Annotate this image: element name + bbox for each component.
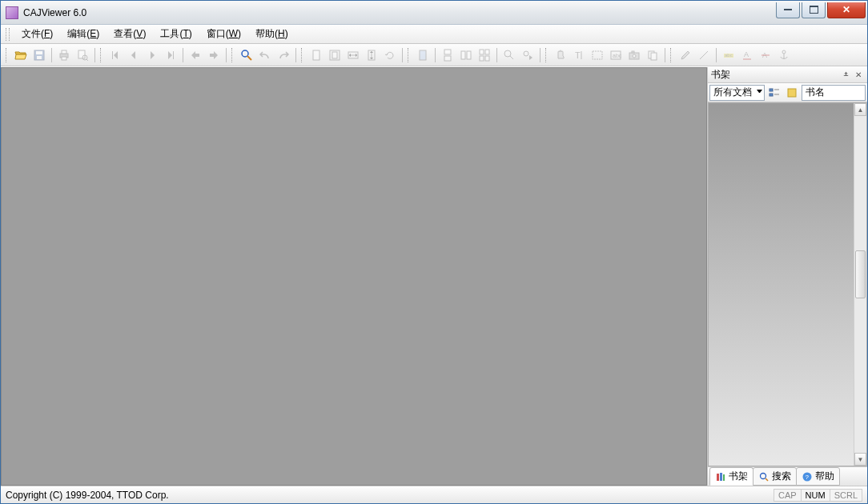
svg-line-56 [766, 478, 768, 481]
line-icon [697, 49, 710, 62]
tab-help[interactable]: ? 帮助 [796, 467, 840, 486]
svg-text:T: T [575, 50, 581, 60]
toolbar-grip-5[interactable] [408, 48, 411, 62]
menu-window[interactable]: 窗口(W) [199, 25, 248, 43]
minimize-button[interactable] [776, 2, 800, 18]
back-button[interactable] [187, 46, 204, 64]
line-tool-button[interactable] [695, 46, 713, 64]
actual-size-button[interactable] [307, 46, 325, 64]
app-icon [6, 6, 18, 19]
prev-page-button[interactable] [125, 46, 143, 64]
strikeout-button[interactable]: A [757, 46, 774, 64]
toolbar-grip-1[interactable] [6, 48, 9, 62]
menu-edit[interactable]: 编辑(E) [60, 25, 106, 43]
scroll-track[interactable] [854, 116, 866, 453]
menu-grip[interactable] [6, 28, 10, 41]
scroll-thumb[interactable] [855, 250, 866, 298]
copy-button[interactable] [644, 46, 661, 64]
copy-icon [646, 49, 659, 62]
svg-line-8 [86, 59, 88, 61]
svg-rect-52 [717, 474, 719, 481]
svg-point-9 [242, 50, 248, 57]
svg-rect-6 [78, 50, 85, 58]
zoom-button[interactable] [238, 46, 255, 64]
hand-tool-button[interactable] [552, 46, 569, 64]
fit-height-button[interactable] [363, 46, 380, 64]
status-scrl: SCRL [830, 489, 862, 502]
search-icon [503, 49, 516, 62]
workspace: 书架 ✕ 所有文档 书名 [1, 66, 867, 486]
svg-rect-24 [485, 56, 489, 61]
note-button[interactable] [775, 46, 793, 64]
facing-button[interactable] [457, 46, 475, 64]
save-button[interactable] [30, 46, 48, 64]
redo-button[interactable] [275, 46, 292, 64]
underline-button[interactable]: A [738, 46, 756, 64]
select-text-button[interactable]: T [570, 46, 588, 64]
single-page-icon [416, 49, 429, 62]
panel-toolbar: 所有文档 书名 [708, 83, 867, 102]
panel-close-button[interactable]: ✕ [853, 70, 864, 81]
highlight-button[interactable]: abc [720, 46, 737, 64]
svg-point-55 [761, 473, 766, 478]
svg-rect-2 [37, 56, 42, 59]
fit-page-button[interactable] [326, 46, 344, 64]
toolbar-grip-7[interactable] [670, 48, 673, 62]
menu-view[interactable]: 查看(V) [106, 25, 153, 43]
page-facing-icon [460, 49, 472, 62]
toolbar-grip-3[interactable] [231, 48, 235, 62]
tab-bookshelf[interactable]: 书架 [709, 467, 753, 486]
books-icon [715, 471, 726, 482]
toolbar-grip-6[interactable] [545, 48, 549, 62]
app-window: CAJViewer 6.0 文件(F) 编辑(E) 查看(V) 工具(T) 窗口… [0, 0, 868, 504]
select-image-button[interactable] [589, 46, 606, 64]
svg-line-10 [247, 56, 251, 60]
pin-icon[interactable] [840, 70, 851, 81]
search-placeholder-label: 书名 [806, 86, 825, 99]
single-page-button[interactable] [414, 46, 432, 64]
print-button[interactable] [55, 46, 73, 64]
svg-text:?: ? [806, 474, 810, 481]
view-mode-button-1[interactable] [766, 85, 782, 101]
rotate-button[interactable] [381, 46, 399, 64]
scroll-up-button[interactable]: ▲ [854, 103, 866, 116]
tab-search[interactable]: 搜索 [753, 467, 797, 486]
toolbar-grip-2[interactable] [100, 48, 103, 62]
tab-bookshelf-label: 书架 [729, 470, 748, 483]
bookshelf-list[interactable]: ▲ ▼ [708, 102, 867, 466]
view-mode-button-2[interactable] [784, 85, 800, 101]
menu-help[interactable]: 帮助(H) [248, 25, 295, 43]
continuous-button[interactable] [439, 46, 456, 64]
last-page-button[interactable] [162, 46, 179, 64]
maximize-button[interactable] [802, 2, 826, 18]
window-controls [774, 2, 866, 20]
close-button[interactable] [827, 2, 866, 18]
scroll-down-button[interactable]: ▼ [854, 453, 866, 466]
search-name-input[interactable]: 书名 [802, 85, 866, 101]
pencil-tool-button[interactable] [677, 46, 694, 64]
print-preview-button[interactable] [74, 46, 91, 64]
ocr-button[interactable]: abc [607, 46, 625, 64]
first-page-button[interactable] [106, 46, 124, 64]
svg-text:A: A [744, 50, 749, 58]
forward-button[interactable] [205, 46, 223, 64]
find-next-button[interactable] [519, 46, 536, 64]
toolbar-grip-4[interactable] [301, 48, 304, 62]
svg-rect-20 [467, 51, 471, 59]
svg-rect-30 [593, 51, 602, 59]
menu-tools[interactable]: 工具(T) [153, 25, 199, 43]
document-area[interactable] [1, 67, 707, 486]
open-button[interactable] [12, 46, 30, 64]
grid-view-icon [786, 87, 798, 98]
next-page-button[interactable] [143, 46, 161, 64]
menu-file[interactable]: 文件(F) [14, 25, 60, 43]
snapshot-button[interactable] [625, 46, 643, 64]
fit-width-button[interactable] [344, 46, 362, 64]
undo-button[interactable] [256, 46, 274, 64]
continuous-facing-button[interactable] [476, 46, 493, 64]
filter-select[interactable]: 所有文档 [709, 85, 765, 101]
fit-width-icon [347, 49, 360, 62]
find-button[interactable] [500, 46, 518, 64]
scrollbar[interactable]: ▲ ▼ [854, 103, 866, 466]
panel-tabs: 书架 搜索 ? 帮助 [708, 466, 867, 486]
